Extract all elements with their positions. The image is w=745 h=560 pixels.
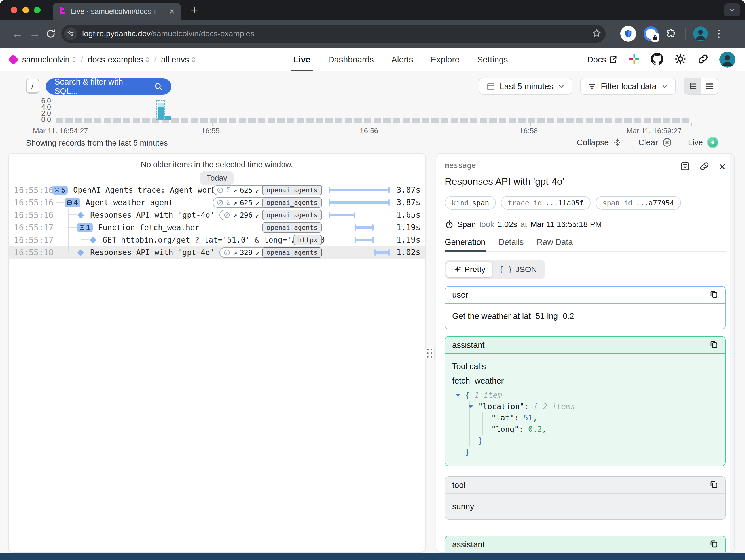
tab-details[interactable]: Details (499, 238, 524, 251)
json-collapse-chevron-icon[interactable] (456, 394, 460, 397)
tab-search-button[interactable] (724, 3, 740, 17)
gantt-bar-line (329, 189, 390, 191)
message-block-assistant: assistantTool callsfetch_weather{ 1 item… (445, 336, 726, 466)
list-view-button[interactable] (701, 78, 718, 94)
breadcrumb-item[interactable]: all envs (161, 55, 196, 64)
collapse-toggle-badge[interactable]: 5 (52, 186, 68, 195)
window-zoom-button[interactable] (34, 7, 40, 13)
copy-button[interactable] (709, 340, 718, 351)
reload-button[interactable] (45, 28, 56, 39)
filter-dropdown[interactable]: Filter local data (580, 78, 676, 95)
message-block-user: userGet the weather at lat=51 lng=0.2 (445, 286, 726, 329)
window-close-button[interactable] (11, 7, 17, 13)
github-icon[interactable] (651, 53, 663, 66)
scope-tag[interactable]: openai_agents (262, 197, 322, 208)
message-body: Tool callsfetch_weather{ 1 item"location… (445, 354, 725, 466)
span-duration: 1.19s (397, 234, 420, 246)
collapse-toggle-badge[interactable]: 1 (77, 223, 93, 232)
collapse-toggle-badge[interactable]: 4 (65, 198, 80, 207)
today-pill[interactable]: Today (200, 172, 234, 185)
chevron-down-icon (661, 83, 669, 90)
pretty-toggle-button[interactable]: Pretty (447, 261, 492, 277)
nav-item-live[interactable]: Live (293, 48, 311, 71)
json-collapse-chevron-icon[interactable] (468, 405, 473, 408)
json-line: } (452, 435, 718, 446)
meta-pill-trace_id[interactable]: trace_id...11a05f (501, 196, 590, 210)
copy-button[interactable] (709, 539, 718, 550)
browser-tab[interactable]: Live · samuelcolvin/docs-exa × (53, 3, 181, 20)
scope-tag[interactable]: openai_agents (262, 247, 322, 257)
window-controls[interactable] (11, 7, 40, 13)
scope-tag[interactable]: openai_agents (262, 185, 322, 195)
share-link-icon[interactable] (698, 53, 709, 66)
breadcrumb-item[interactable]: samuelcolvin (22, 55, 76, 64)
bookmark-star-icon[interactable] (592, 28, 602, 39)
nav-item-explore[interactable]: Explore (431, 48, 459, 71)
tab-raw-data[interactable]: Raw Data (537, 238, 573, 251)
live-toggle[interactable]: Live (688, 137, 718, 148)
span-histogram[interactable]: 6.04.02.00.0Mar 11. 16:54:2716:5516:5616… (0, 100, 745, 135)
scope-tag[interactable]: httpx (293, 235, 322, 245)
trace-row[interactable]: 16:55:171Function fetch_weatheropenai_ag… (8, 221, 425, 234)
copy-button[interactable] (709, 289, 718, 301)
window-minimize-button[interactable] (22, 7, 29, 13)
tab-close-icon[interactable]: × (169, 7, 174, 16)
sort-chevrons-icon (191, 56, 196, 63)
tree-connector (69, 227, 76, 227)
panel-resize-handle[interactable] (425, 347, 435, 360)
bitwarden-extension-icon[interactable] (620, 26, 636, 42)
message-body: sunny (445, 494, 725, 519)
x-axis-label: 16:58 (519, 127, 538, 135)
trace-row[interactable]: 16:55:165OpenAI Agents trace: Agent work… (8, 184, 425, 196)
search-button[interactable]: Search & filter with SQL... (46, 78, 171, 95)
gantt-bar-cap (354, 212, 355, 218)
histogram-bar[interactable] (165, 100, 171, 120)
scope-tag[interactable]: openai_agents (262, 222, 322, 232)
breadcrumb-item[interactable]: docs-examples (88, 55, 150, 64)
trace-row[interactable]: 16:55:16Responses API with 'gpt-4o'↗296↙… (8, 209, 425, 221)
theme-sun-icon[interactable] (674, 53, 687, 66)
collapse-button[interactable]: Collapse (577, 137, 622, 147)
breadcrumb-separator: / (154, 55, 157, 64)
trace-row[interactable]: 16:55:17GET httpbin.org/get ? lat='51.0'… (8, 234, 425, 246)
user-avatar[interactable] (719, 52, 735, 67)
time-range-dropdown[interactable]: Last 5 minutes (479, 78, 573, 95)
clear-button[interactable]: Clear (638, 137, 672, 148)
sparkle-icon (453, 266, 461, 274)
meta-pill-span_id[interactable]: span_id...a77954 (595, 196, 681, 210)
timing-segment: Mar 11 16:55:18 PM (530, 220, 602, 229)
message-role-header: user (445, 286, 725, 304)
close-panel-icon[interactable]: × (719, 162, 726, 171)
site-settings-icon[interactable] (64, 27, 77, 40)
url-bar[interactable]: logfire.pydantic.dev/samuelcolvin/docs-e… (61, 25, 606, 42)
new-tab-button[interactable]: + (191, 2, 198, 18)
slash-shortcut-key: / (26, 79, 39, 94)
back-button[interactable]: ← (8, 28, 26, 40)
reading-pane-icon[interactable] (680, 161, 690, 173)
records-status-text: Showing records from the last 5 minutes (26, 138, 168, 148)
row-timestamp: 16:55:16 (14, 209, 54, 221)
tab-generation[interactable]: Generation (445, 238, 486, 251)
trace-row[interactable]: 16:55:164Agent weather agentΣ↗625↙40open… (8, 196, 425, 209)
slack-icon[interactable] (628, 53, 640, 66)
copy-button[interactable] (709, 480, 718, 491)
json-toggle-button[interactable]: { } JSON (492, 261, 544, 277)
nav-item-settings[interactable]: Settings (477, 48, 508, 71)
browser-profile-avatar[interactable] (693, 26, 708, 41)
scrollbar-track[interactable] (730, 154, 734, 552)
docs-link[interactable]: Docs (587, 55, 617, 64)
span-duration: 1.65s (397, 209, 420, 221)
scope-tag[interactable]: openai_agents (262, 210, 322, 220)
forward-button[interactable]: → (26, 28, 44, 40)
nav-item-dashboards[interactable]: Dashboards (328, 48, 374, 71)
json-token: , (542, 425, 547, 433)
browser-menu-icon[interactable] (716, 28, 721, 40)
trace-row[interactable]: 16:55:18Responses API with 'gpt-4o'↗329↙… (8, 246, 425, 259)
password-extension-icon[interactable] (644, 26, 658, 41)
copy-link-icon[interactable] (699, 161, 710, 173)
render-mode-toggle: Pretty { } JSON (445, 260, 545, 279)
nav-item-alerts[interactable]: Alerts (391, 48, 413, 71)
meta-pill-kind[interactable]: kindspan (445, 196, 496, 210)
tree-view-button[interactable] (684, 78, 701, 94)
extensions-puzzle-icon[interactable] (666, 28, 677, 39)
